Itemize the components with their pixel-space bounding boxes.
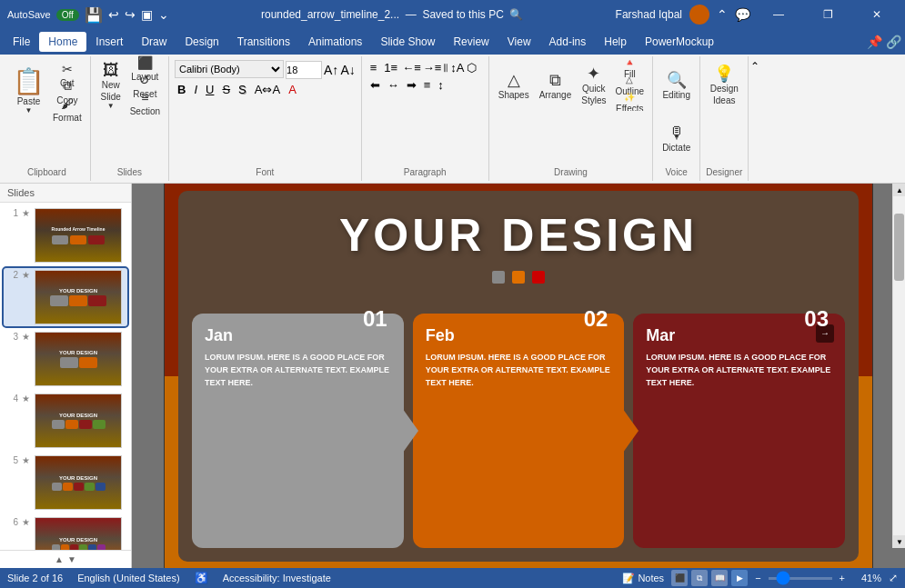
menu-review[interactable]: Review: [444, 32, 498, 52]
title-center: rounded_arrow_timeline_2... — Saved to t…: [176, 8, 608, 21]
menu-file[interactable]: File: [4, 32, 39, 52]
char-spacing-button[interactable]: A⇔A: [252, 82, 283, 97]
slideshow-icon[interactable]: ▶: [731, 570, 748, 586]
increase-font-icon[interactable]: A↑: [324, 63, 338, 77]
font-size-input[interactable]: [286, 61, 322, 79]
comments-icon[interactable]: 💬: [735, 7, 750, 22]
redo-icon[interactable]: ↪: [125, 7, 136, 22]
line-spacing-button[interactable]: ↕: [435, 77, 447, 93]
autosave-toggle[interactable]: Off: [56, 9, 79, 21]
menu-insert[interactable]: Insert: [86, 32, 132, 52]
slide-item-6[interactable]: 6 ★ YOUR DESIGN: [4, 515, 127, 550]
quick-styles-button[interactable]: ✦ Quick Styles: [578, 63, 609, 108]
scroll-up-button[interactable]: ▲: [893, 184, 905, 196]
menu-help[interactable]: Help: [595, 32, 636, 52]
paste-button[interactable]: 📋 Paste ▼: [9, 60, 48, 124]
menu-slideshow[interactable]: Slide Show: [371, 32, 444, 52]
share-icon[interactable]: 🔗: [886, 35, 901, 49]
notes-button[interactable]: 📝 Notes: [622, 573, 664, 584]
zoom-level[interactable]: 41%: [852, 573, 881, 583]
minimize-button[interactable]: —: [758, 0, 799, 29]
fit-to-window-icon[interactable]: ⤢: [889, 572, 898, 584]
normal-view-icon[interactable]: ⬛: [671, 570, 688, 586]
zoom-slider[interactable]: [769, 577, 832, 580]
bold-button[interactable]: B: [175, 82, 188, 97]
slide-scroll-down[interactable]: ▼: [67, 554, 76, 564]
accessibility-icon: ♿: [195, 572, 208, 584]
vertical-scrollbar[interactable]: ▲ ▼: [892, 184, 905, 548]
slides-panel: Slides 1 ★ Rounded Arrow Timeline: [0, 184, 132, 568]
menu-animations[interactable]: Animations: [299, 32, 371, 52]
bullets-button[interactable]: ≡: [367, 60, 380, 75]
slide-item-2[interactable]: 2 ★ YOUR DESIGN: [4, 268, 127, 326]
scroll-down-button[interactable]: ▼: [893, 535, 905, 548]
new-slide-button[interactable]: 🖼 New Slide ▼: [96, 60, 126, 111]
more-icon[interactable]: ⌄: [158, 7, 169, 22]
font-family-select[interactable]: Calibri (Body): [175, 60, 284, 78]
slide-scroll-up[interactable]: ▲: [55, 554, 64, 564]
shapes-button[interactable]: △ Shapes: [495, 63, 533, 108]
undo-icon[interactable]: ↩: [108, 7, 119, 22]
designer-label: Designer: [706, 165, 742, 177]
timeline-item-2: 02 Feb LORUM IPSUM. HERE IS A GOOD PLACE…: [413, 314, 625, 548]
timeline-item-3: → 03 Mar LORUM IPSUM. HERE IS A GOOD PLA…: [633, 314, 845, 548]
arrange-button[interactable]: ⧉ Arrange: [536, 63, 576, 108]
paragraph-label: Paragraph: [404, 165, 447, 177]
shadow-button[interactable]: S: [236, 82, 249, 97]
collapse-ribbon-button[interactable]: ⌃: [750, 60, 759, 73]
ribbon-content: 📋 Paste ▼ ✂Cut ⧉Copy 🖌Format Clipboard 🖼…: [0, 55, 905, 183]
align-left-button[interactable]: ⬅: [367, 77, 383, 93]
menu-addins[interactable]: Add-ins: [540, 32, 596, 52]
canvas-wrapper[interactable]: YOUR DESIGN 01 Jan: [132, 184, 905, 568]
slide-num-2: 2: [5, 270, 18, 280]
numbering-button[interactable]: 1≡: [381, 60, 400, 75]
menu-powermockup[interactable]: PowerMockup: [636, 32, 723, 52]
scroll-thumb[interactable]: [894, 214, 904, 282]
text-direction-button[interactable]: ↕A: [450, 61, 464, 75]
italic-button[interactable]: I: [191, 82, 200, 97]
align-right-button[interactable]: ➡: [404, 77, 419, 93]
paste-dropdown-icon[interactable]: ▼: [25, 106, 33, 115]
slide-item-5[interactable]: 5 ★ YOUR DESIGN: [4, 453, 127, 512]
editing-button[interactable]: 🔍 Editing: [659, 60, 694, 111]
align-center-button[interactable]: ↔: [385, 77, 402, 93]
menu-draw[interactable]: Draw: [132, 32, 176, 52]
save-icon[interactable]: 💾: [85, 6, 103, 24]
dictate-button[interactable]: 🎙 Dictate: [659, 113, 694, 164]
shape-effects-button[interactable]: ✨Effects: [612, 95, 647, 111]
close-button[interactable]: ✕: [856, 0, 898, 29]
menu-design[interactable]: Design: [176, 32, 227, 52]
language: English (United States): [77, 573, 180, 583]
strikethrough-button[interactable]: S: [219, 82, 233, 97]
zoom-in-icon[interactable]: +: [840, 573, 845, 583]
menu-transitions[interactable]: Transitions: [228, 32, 299, 52]
ribbon-collapse-icon[interactable]: ⌃: [717, 7, 728, 22]
increase-indent-button[interactable]: →≡: [423, 61, 442, 75]
slides-list[interactable]: 1 ★ Rounded Arrow Timeline 2 ★: [0, 203, 131, 550]
font-color-button[interactable]: A: [286, 82, 299, 97]
reading-view-icon[interactable]: 📖: [711, 570, 728, 586]
convert-smartart-button[interactable]: ⬡: [467, 61, 477, 75]
decrease-font-icon[interactable]: A↓: [340, 63, 355, 77]
ribbon-pin-icon[interactable]: 📌: [867, 35, 882, 49]
decrease-indent-button[interactable]: ←≡: [402, 61, 421, 75]
format-painter-button[interactable]: 🖌Format: [50, 101, 85, 117]
maximize-button[interactable]: ❐: [807, 0, 849, 29]
presentation-icon[interactable]: ▣: [141, 7, 153, 22]
accessibility-status[interactable]: Accessibility: Investigate: [223, 573, 331, 583]
justify-button[interactable]: ≡: [421, 77, 434, 93]
zoom-out-icon[interactable]: −: [755, 573, 760, 583]
new-slide-dropdown-icon[interactable]: ▼: [107, 102, 115, 110]
slide-item-4[interactable]: 4 ★ YOUR DESIGN: [4, 392, 127, 450]
slide-item-3[interactable]: 3 ★ YOUR DESIGN: [4, 330, 127, 388]
menu-home[interactable]: Home: [39, 32, 86, 52]
scroll-track[interactable]: [893, 196, 905, 535]
design-ideas-button[interactable]: 💡 Design Ideas: [707, 60, 742, 111]
slide-item-1[interactable]: 1 ★ Rounded Arrow Timeline: [4, 206, 127, 264]
menu-view[interactable]: View: [498, 32, 540, 52]
section-button[interactable]: ≡Section: [127, 95, 163, 111]
underline-button[interactable]: U: [203, 82, 216, 97]
voice-label: Voice: [665, 165, 687, 177]
columns-button[interactable]: ⫴: [443, 61, 448, 75]
slide-sorter-icon[interactable]: ⧉: [691, 570, 708, 586]
